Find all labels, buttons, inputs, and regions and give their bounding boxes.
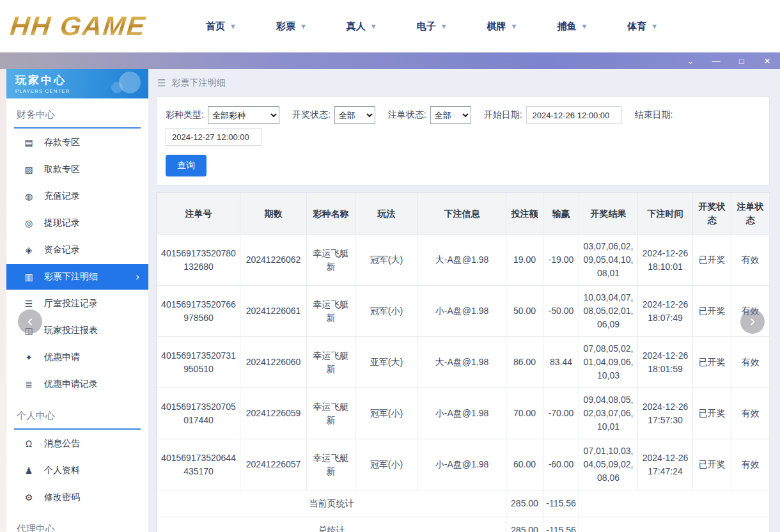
table-cell: 有效 [731, 337, 770, 388]
bet-table: 注单号期数彩种名称玩法下注信息投注额输赢开奖结果下注时间开奖状态注单状态 401… [157, 192, 770, 532]
sidebar-item-label: 提现记录 [44, 217, 80, 229]
column-header: 注单状态 [731, 193, 770, 235]
table-cell: 07,08,05,02,01,04,09,06,10,03 [579, 337, 638, 388]
summary-label: 当前页统计 [157, 490, 506, 517]
chevron-down-icon: ▼ [651, 22, 658, 30]
nav-item-真人[interactable]: 真人▼ [347, 20, 377, 33]
table-cell: 20241226059 [240, 388, 307, 439]
nav-item-捕鱼[interactable]: 捕鱼▼ [557, 20, 588, 33]
table-cell: 冠军(小) [355, 286, 418, 337]
table-cell: 幸运飞艇新 [307, 235, 355, 286]
total-summary-row: 总统计285.00-115.56 [157, 517, 770, 532]
column-header: 投注额 [506, 193, 543, 235]
sidebar-item-label: 资金记录 [44, 244, 80, 256]
breadcrumb-label: 彩票下注明细 [171, 77, 225, 89]
sidebar-item-withdraw[interactable]: ▨取款专区 [6, 157, 148, 182]
nav-item-label: 棋牌 [487, 20, 506, 33]
window-dropdown-icon[interactable]: ⌄ [685, 57, 696, 65]
nav-item-彩票[interactable]: 彩票▼ [276, 20, 307, 33]
nav-item-棋牌[interactable]: 棋牌▼ [487, 20, 518, 33]
gear-icon: ⚙ [23, 492, 35, 503]
carousel-prev-icon[interactable]: ‹ [18, 309, 42, 334]
table-cell: 幸运飞艇新 [307, 286, 355, 337]
window-minimize-icon[interactable]: — [711, 57, 721, 65]
table-cell: 有效 [731, 235, 770, 286]
table-cell: 有效 [731, 388, 770, 439]
table-cell: -70.00 [543, 388, 579, 439]
nav-item-label: 首页 [206, 20, 225, 33]
nav-item-label: 彩票 [276, 20, 295, 33]
column-header: 开奖状态 [693, 193, 731, 235]
sidebar-item-label: 玩家投注报表 [44, 325, 98, 336]
window-maximize-icon[interactable]: □ [737, 57, 747, 65]
sidebar-item-label: 取款专区 [44, 164, 80, 175]
chevron-down-icon: ▼ [511, 22, 518, 30]
bet-table-card: 注单号期数彩种名称玩法下注信息投注额输赢开奖结果下注时间开奖状态注单状态 401… [156, 192, 770, 532]
sidebar-item-promo-apply-records[interactable]: ≣优惠申请记录 [6, 372, 148, 397]
sidebar-item-lottery-bet-details[interactable]: ▥彩票下注明细› [6, 264, 148, 290]
nav-item-label: 捕鱼 [557, 20, 576, 33]
table-cell: 401569173520705017440 [157, 388, 240, 439]
sidebar-item-label: 消息公告 [44, 438, 80, 450]
sidebar-section-title: 个人中心 [14, 410, 141, 430]
filter-panel: 彩种类型: 全部彩种 开奖状态: 全部 注单状态: 全部 开始日期: 结束日期:… [156, 97, 770, 185]
nav-item-电子[interactable]: 电子▼ [417, 20, 448, 33]
sidebar-item-messages[interactable]: Ω消息公告 [6, 431, 148, 457]
deposit-card-icon: ▤ [23, 137, 35, 148]
table-cell: 07,01,10,03,04,05,09,02,08,06 [579, 439, 638, 490]
window-titlebar: ⌄ — □ ✕ [0, 52, 780, 69]
table-cell: 20241226062 [240, 235, 307, 286]
sidebar-item-change-password[interactable]: ⚙修改密码 [6, 485, 148, 510]
table-cell: 已开奖 [693, 286, 731, 337]
table-cell: 幸运飞艇新 [307, 337, 355, 388]
table-cell: 401569173520731950510 [157, 337, 240, 388]
sidebar-item-profile[interactable]: ♟个人资料 [6, 458, 148, 483]
sidebar-item-recharge-records[interactable]: ◍充值记录 [6, 184, 148, 209]
nav-item-label: 体育 [627, 20, 646, 33]
table-cell: 70.00 [506, 388, 543, 439]
sidebar-item-promo-apply[interactable]: ✦优惠申请 [6, 345, 148, 370]
lottery-type-select[interactable]: 全部彩种 [208, 106, 279, 124]
nav-item-label: 真人 [347, 20, 366, 33]
brand-logo: HH GAME [8, 11, 184, 42]
sidebar-item-deposit[interactable]: ▤存款专区 [6, 130, 148, 155]
start-date-input[interactable] [526, 106, 622, 124]
window-close-icon[interactable]: ✕ [762, 57, 772, 65]
table-cell: 2024-12-26 17:57:30 [638, 388, 693, 439]
summary-label: 总统计 [157, 517, 506, 532]
table-row: 40156917352064443517020241226057幸运飞艇新冠军(… [157, 439, 770, 490]
sidebar-item-funds-records[interactable]: ◈资金记录 [6, 237, 148, 263]
sidebar-item-label: 个人资料 [44, 465, 80, 476]
table-cell: -50.00 [543, 286, 579, 337]
nav-item-首页[interactable]: 首页▼ [206, 20, 237, 33]
sidebar-item-withdrawal-records[interactable]: ◎提现记录 [6, 210, 148, 236]
main-nav: 首页▼彩票▼真人▼电子▼棋牌▼捕鱼▼体育▼ [206, 20, 658, 33]
hamburger-icon[interactable]: ☰ [157, 77, 166, 89]
carousel-next-icon[interactable]: › [740, 309, 765, 334]
funds-record-icon: ◈ [23, 245, 35, 255]
sidebar-item-label: 厅室投注记录 [44, 298, 98, 309]
bell-icon: Ω [23, 439, 35, 449]
draw-status-label: 开奖状态: [292, 109, 331, 121]
table-cell: 401569173520780132680 [157, 235, 240, 286]
summary-empty [579, 517, 770, 532]
table-cell: 冠军(小) [355, 388, 418, 439]
table-cell: 已开奖 [693, 235, 731, 286]
table-row: 40156917352076697856020241226061幸运飞艇新冠军(… [157, 286, 770, 337]
column-header: 彩种名称 [307, 193, 355, 235]
lottery-bet-detail-icon: ▥ [23, 272, 35, 282]
summary-winloss-total: -115.56 [543, 490, 579, 517]
end-date-input[interactable] [166, 128, 261, 146]
nav-item-体育[interactable]: 体育▼ [627, 20, 658, 33]
promo-apply-icon: ✦ [23, 352, 35, 363]
table-cell: 60.00 [506, 439, 543, 490]
order-status-select[interactable]: 全部 [430, 106, 471, 124]
table-cell: 幸运飞艇新 [307, 439, 355, 490]
table-row: 40156917352070501744020241226059幸运飞艇新冠军(… [157, 388, 770, 439]
table-cell: 10,03,04,07,08,05,02,01,06,09 [579, 286, 638, 337]
table-body: 40156917352078013268020241226062幸运飞艇新冠军(… [157, 235, 770, 532]
search-button[interactable]: 查询 [166, 155, 207, 176]
breadcrumb: ☰ 彩票下注明细 [148, 69, 780, 90]
table-cell: 小-A盘@1.98 [418, 286, 506, 337]
draw-status-select[interactable]: 全部 [334, 106, 375, 124]
